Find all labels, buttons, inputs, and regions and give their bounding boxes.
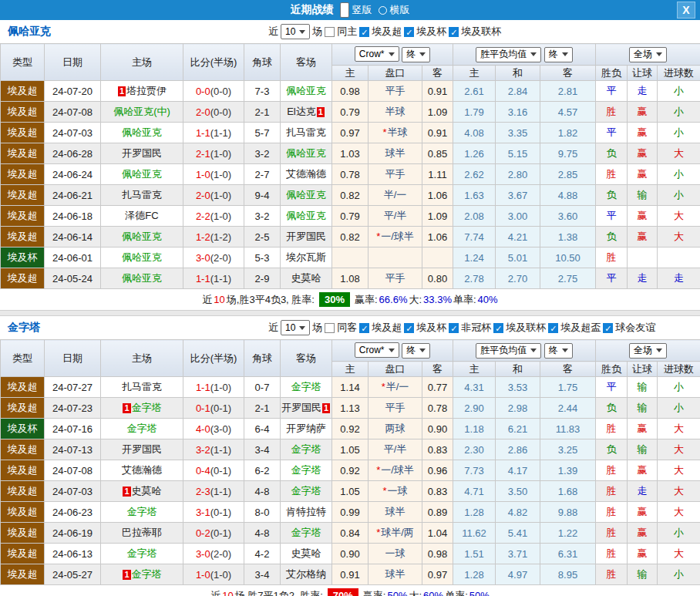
radio-horizontal-layout[interactable]: [379, 6, 387, 15]
title-bar: 近期战绩 竖版 横版 X: [0, 0, 700, 20]
cell-odds-away: 0.97: [422, 564, 453, 585]
team-label: 艾尔格纳: [286, 568, 326, 580]
same-venue-checkbox[interactable]: [325, 27, 335, 37]
sub-header-6: 胜负: [596, 362, 628, 377]
avg-select[interactable]: 胜平负均值: [476, 343, 541, 359]
league-checkbox[interactable]: ✓: [359, 27, 369, 37]
cell-score: 0-1(0-1): [183, 398, 244, 419]
league-checkbox[interactable]: ✓: [404, 323, 414, 333]
cell-handicap: 半/一: [369, 185, 422, 206]
cell-avg-away: 10.50: [540, 247, 596, 268]
league-checkbox[interactable]: ✓: [359, 323, 369, 333]
chevron-down-icon: [656, 52, 662, 56]
cell-away-team: 佩哈亚克: [281, 143, 332, 164]
cell-date: 24-06-19: [45, 523, 101, 544]
handicap-label: 平手: [385, 272, 406, 284]
score-main: 0-0: [196, 86, 210, 97]
cell-handicap-result: 赢: [628, 227, 658, 247]
final-select[interactable]: 终: [402, 47, 430, 62]
result-value: 胜: [607, 168, 617, 180]
cell-away-team: 史莫哈: [281, 544, 332, 564]
cell-odds-home: 0.84: [332, 523, 369, 544]
team-label: 开罗国民: [122, 443, 162, 455]
cell-corner: 4-8: [244, 523, 281, 544]
handicap-label: 平手: [385, 168, 406, 180]
cell-home-team: 佩哈亚克: [101, 164, 183, 185]
match-row: 埃及杯24-06-01佩哈亚克3-0(2-0)5-3埃尔瓦斯1.245.0110…: [1, 247, 700, 268]
stat-label: 赢率:: [355, 293, 378, 307]
league-checkbox[interactable]: ✓: [449, 323, 459, 333]
cell-home-team: 金字塔: [101, 502, 183, 523]
league-checkbox[interactable]: ✓: [603, 323, 613, 333]
cell-avg-draw: 4.17: [496, 460, 540, 481]
team-section: 佩哈亚克近10场同主✓埃及超✓埃及杯✓埃及联杯类型日期主场比分(半场)角球客场C…: [0, 20, 700, 310]
final-select-2[interactable]: 终: [544, 47, 573, 62]
result-value: 小: [674, 85, 684, 96]
avg-select[interactable]: 胜平负均值: [476, 47, 541, 62]
radio-vertical-layout[interactable]: [340, 2, 349, 18]
league-checkbox[interactable]: ✓: [404, 27, 414, 37]
cell-corner: 0-7: [244, 377, 281, 398]
sub-header-3: 主: [453, 362, 496, 377]
cell-type: 埃及超: [1, 143, 45, 164]
cell-score: 0-2(0-1): [183, 523, 244, 544]
odds-source-select[interactable]: Crow*: [355, 46, 399, 62]
score-half: (3-0): [210, 423, 231, 435]
result-value: 胜: [607, 527, 617, 538]
games-unit-label: 场: [312, 25, 322, 39]
cell-corner: 4-2: [244, 544, 281, 564]
team-label: 扎马雷克: [286, 126, 326, 138]
team-label: 肯特拉特: [286, 506, 326, 517]
cell-corner: 6-2: [244, 460, 281, 481]
scope-select[interactable]: 全场: [629, 47, 667, 62]
cell-avg-draw: 2.98: [496, 398, 540, 419]
games-count-select[interactable]: 10: [281, 24, 310, 39]
team-name[interactable]: 金字塔: [8, 321, 40, 335]
sub-header-6: 胜负: [596, 66, 628, 81]
odds-source-select-value: Crow*: [359, 345, 385, 355]
result-value: 大: [674, 423, 684, 434]
cell-avg-draw: 5.15: [496, 143, 540, 164]
sub-header-0: 主: [332, 362, 369, 377]
league-label: 埃及联杯: [461, 25, 501, 39]
team-label: 佩哈亚克: [122, 168, 162, 180]
final-select-2-value: 终: [549, 344, 558, 357]
final-select[interactable]: 终: [402, 343, 430, 359]
cell-goals-result: 小: [658, 185, 700, 206]
cell-odds-home: 0.78: [332, 164, 369, 185]
cell-type: 埃及超: [1, 164, 45, 185]
cell-avg-home: 2.08: [453, 206, 496, 227]
team-label: 泽德FC: [125, 210, 158, 221]
team-label: 佩哈亚克: [286, 85, 326, 96]
same-venue-checkbox[interactable]: [325, 323, 335, 333]
cell-result: 胜: [596, 544, 628, 564]
team-name[interactable]: 佩哈亚克: [8, 25, 51, 39]
team-label: El达克: [287, 106, 316, 117]
games-count-select[interactable]: 10: [281, 320, 310, 335]
final-select-2[interactable]: 终: [544, 343, 573, 359]
score-main: 2-2: [196, 210, 210, 222]
league-checkbox[interactable]: ✓: [493, 323, 503, 333]
result-value: 走: [638, 485, 648, 497]
close-button[interactable]: X: [677, 2, 695, 19]
league-checkbox[interactable]: ✓: [449, 27, 459, 37]
stat-label: 大:: [409, 589, 422, 596]
result-value: 胜: [607, 506, 617, 517]
score-main: 0-1: [196, 402, 210, 414]
odds-source-select[interactable]: Crow*: [355, 342, 399, 358]
cell-corner: 2-9: [244, 268, 281, 289]
cell-handicap-result: 赢: [628, 143, 658, 164]
cell-odds-away: 1.06: [422, 185, 453, 206]
check-icon: ✓: [406, 28, 412, 37]
cell-handicap-result: 输: [628, 377, 658, 398]
win-rate-badge: 70%: [328, 588, 358, 596]
team-label: 佩哈亚克: [122, 251, 162, 263]
team-label: 佩哈亚克: [122, 126, 162, 138]
league-checkbox[interactable]: ✓: [548, 323, 558, 333]
chevron-down-icon: [419, 349, 426, 352]
cell-home-team: 开罗国民: [101, 143, 183, 164]
team-label: 开罗国民: [122, 147, 162, 159]
cell-avg-draw: 2.86: [496, 439, 540, 460]
scope-select[interactable]: 全场: [629, 343, 667, 359]
score-main: 0-2: [196, 527, 210, 539]
